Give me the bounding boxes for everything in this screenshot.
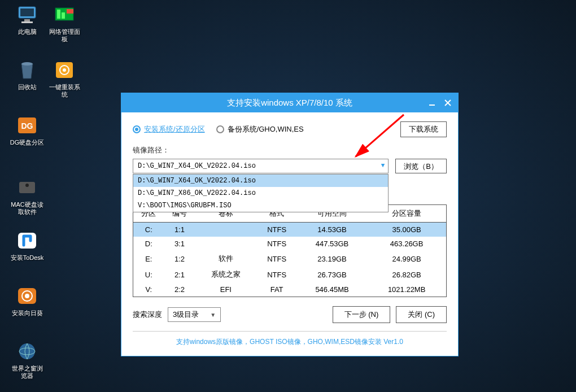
table-cell: 26.82GB bbox=[367, 267, 446, 282]
icon-label: 一键重装系统 bbox=[46, 84, 82, 98]
svg-rect-2 bbox=[24, 19, 30, 21]
titlebar[interactable]: 支持安装windows XP/7/8/10 系统 bbox=[121, 93, 458, 112]
radio-label: 备份系统/GHO,WIN,ES bbox=[228, 124, 304, 134]
footer-text: 支持windows原版镜像，GHOST ISO镜像，GHO,WIM,ESD镜像安… bbox=[133, 331, 447, 349]
trash-icon bbox=[15, 59, 40, 81]
chevron-down-icon: ▼ bbox=[210, 312, 216, 318]
gear-box-icon bbox=[52, 59, 77, 81]
radio-dot-icon bbox=[133, 125, 141, 133]
search-depth-label: 搜索深度 bbox=[133, 310, 162, 320]
desktop-icon-network-panel[interactable]: 网络管理面板 bbox=[46, 3, 82, 43]
table-cell: D: bbox=[133, 237, 164, 251]
desktop-icon-browser[interactable]: 世界之窗浏览器 bbox=[9, 340, 45, 380]
table-cell: NTFS bbox=[256, 267, 296, 282]
image-path-combobox[interactable]: D:\G_WIN7_X64_OK_V2022.04.iso ▼ bbox=[133, 159, 389, 173]
table-cell: 35.00GB bbox=[367, 223, 446, 237]
svg-point-11 bbox=[63, 68, 66, 72]
table-cell: 14.53GB bbox=[297, 223, 368, 237]
desktop-icon-todesk[interactable]: 安装ToDesk bbox=[9, 229, 45, 262]
icon-label: DG硬盘分区 bbox=[9, 139, 45, 146]
svg-rect-6 bbox=[62, 12, 65, 19]
chevron-down-icon[interactable]: ▼ bbox=[381, 162, 385, 169]
table-cell: 546.45MB bbox=[297, 282, 368, 297]
search-depth-value: 3级目录 bbox=[173, 310, 199, 320]
table-cell: 软件 bbox=[195, 251, 256, 267]
table-cell: EFI bbox=[195, 282, 256, 297]
table-row[interactable]: V:2:2EFIFAT546.45MB1021.22MB bbox=[133, 282, 446, 297]
table-cell: 1021.22MB bbox=[367, 282, 446, 297]
dg-icon: DG bbox=[15, 114, 40, 137]
table-cell: NTFS bbox=[256, 251, 296, 267]
minimize-button[interactable] bbox=[426, 97, 438, 108]
desktop-icon-recycle-bin[interactable]: 回收站 bbox=[9, 59, 45, 91]
table-cell: 系统之家 bbox=[195, 267, 256, 282]
table-cell: NTFS bbox=[256, 223, 296, 237]
svg-text:DG: DG bbox=[21, 121, 33, 130]
desktop-icon-sunflower[interactable]: 安装向日葵 bbox=[9, 285, 45, 317]
table-cell: 23.19GB bbox=[297, 251, 368, 267]
table-cell: 463.26GB bbox=[367, 237, 446, 251]
table-row[interactable]: U:2:1系统之家NTFS26.73GB26.82GB bbox=[133, 267, 446, 282]
desktop-icon-reinstall[interactable]: 一键重装系统 bbox=[46, 59, 82, 98]
close-button[interactable] bbox=[442, 97, 453, 108]
table-cell: 447.53GB bbox=[297, 237, 368, 251]
installer-dialog: 支持安装windows XP/7/8/10 系统 安装系统/还原分区 备份系统/… bbox=[121, 93, 459, 356]
desktop-icon-mac-hdd[interactable]: MAC硬盘读取软件 bbox=[9, 176, 45, 216]
icon-label: MAC硬盘读取软件 bbox=[9, 201, 45, 216]
table-cell: 3:1 bbox=[164, 237, 195, 251]
radio-dot-icon bbox=[216, 125, 224, 133]
icon-label: 此电脑 bbox=[9, 28, 45, 36]
todesk-icon bbox=[15, 229, 40, 252]
table-cell: 1:2 bbox=[164, 251, 195, 267]
table-cell: V: bbox=[133, 282, 164, 297]
table-cell: U: bbox=[133, 267, 164, 282]
table-cell: 26.73GB bbox=[297, 267, 368, 282]
dropdown-item[interactable]: V:\BOOT\IMGS\GRUBFM.ISO bbox=[133, 199, 388, 212]
table-cell: 1:1 bbox=[164, 223, 195, 237]
table-cell: FAT bbox=[256, 282, 296, 297]
icon-label: 回收站 bbox=[9, 84, 45, 91]
path-label: 镜像路径： bbox=[133, 145, 447, 155]
table-cell: NTFS bbox=[256, 237, 296, 251]
svg-point-8 bbox=[21, 62, 33, 66]
desktop-icon-dg-partition[interactable]: DG DG硬盘分区 bbox=[9, 114, 45, 146]
partition-table: 分区 编号 卷标 格式 可用空间 分区容量 C:1:1NTFS14.53GB35… bbox=[133, 205, 446, 297]
radio-label: 安装系统/还原分区 bbox=[144, 124, 205, 134]
sunflower-icon bbox=[15, 285, 40, 307]
path-dropdown-list: D:\G_WIN7_X64_OK_V2022.04.iso D:\G_WIN7_… bbox=[133, 174, 389, 212]
table-cell: C: bbox=[133, 223, 164, 237]
icon-label: 安装ToDesk bbox=[9, 254, 45, 262]
dropdown-item[interactable]: D:\G_WIN7_X64_OK_V2022.04.iso bbox=[133, 175, 388, 187]
browse-button[interactable]: 浏览（B） bbox=[395, 159, 447, 173]
dropdown-item[interactable]: D:\G_WIN7_X86_OK_V2022.04.iso bbox=[133, 187, 388, 199]
table-row[interactable]: D:3:1NTFS447.53GB463.26GB bbox=[133, 237, 446, 251]
table-cell bbox=[195, 223, 256, 237]
icon-label: 安装向日葵 bbox=[9, 310, 45, 317]
svg-rect-3 bbox=[21, 21, 33, 23]
path-value: D:\G_WIN7_X64_OK_V2022.04.iso bbox=[138, 162, 256, 170]
globe-icon bbox=[15, 340, 40, 363]
table-cell bbox=[195, 237, 256, 251]
table-row[interactable]: C:1:1NTFS14.53GB35.00GB bbox=[133, 223, 446, 237]
pc-icon bbox=[15, 3, 40, 26]
search-depth-select[interactable]: 3级目录 ▼ bbox=[168, 307, 221, 322]
svg-point-19 bbox=[25, 294, 29, 298]
icon-label: 世界之窗浏览器 bbox=[9, 365, 45, 380]
table-cell: 2:1 bbox=[164, 267, 195, 282]
table-row[interactable]: E:1:2软件NTFS23.19GB24.99GB bbox=[133, 251, 446, 267]
table-cell: 2:2 bbox=[164, 282, 195, 297]
svg-rect-5 bbox=[57, 10, 60, 19]
title-text: 支持安装windows XP/7/8/10 系统 bbox=[227, 98, 352, 108]
next-button[interactable]: 下一步 (N) bbox=[333, 306, 391, 323]
svg-rect-1 bbox=[20, 8, 34, 16]
radio-install-restore[interactable]: 安装系统/还原分区 bbox=[133, 124, 205, 134]
table-cell: E: bbox=[133, 251, 164, 267]
icon-label: 网络管理面板 bbox=[46, 28, 82, 43]
download-system-button[interactable]: 下载系统 bbox=[400, 121, 447, 137]
close-dialog-button[interactable]: 关闭 (C) bbox=[396, 306, 447, 323]
radio-backup[interactable]: 备份系统/GHO,WIN,ES bbox=[216, 124, 304, 134]
table-cell: 24.99GB bbox=[367, 251, 446, 267]
network-icon bbox=[52, 3, 77, 26]
svg-point-20 bbox=[19, 343, 35, 359]
desktop-icon-this-pc[interactable]: 此电脑 bbox=[9, 3, 45, 36]
